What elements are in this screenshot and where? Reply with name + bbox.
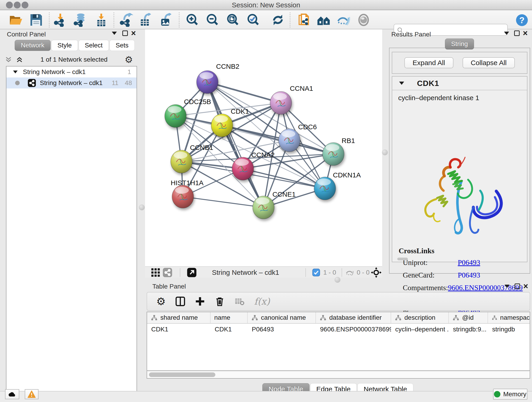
close-icon: × (131, 31, 136, 36)
crosslink-row: Uniprot:P06493 (399, 258, 522, 267)
gear-icon[interactable]: ⚙ (156, 295, 166, 307)
column-header-canonical-name[interactable]: canonical name (248, 312, 316, 323)
network-tree-row[interactable]: String Network – cdk1 11 48 (6, 77, 137, 89)
node-table[interactable]: shared namenamecanonical namedatabase id… (147, 312, 530, 371)
grid-view-icon[interactable] (151, 268, 161, 278)
scrollbar-thumb[interactable] (149, 372, 215, 377)
selected-checkbox-icon[interactable] (312, 269, 320, 276)
column-label: shared name (160, 314, 198, 321)
cloud-button[interactable] (5, 389, 19, 399)
cell--id[interactable]: stringdb:9... (449, 324, 488, 335)
open-folder-icon[interactable] (9, 13, 22, 27)
gear-icon[interactable]: ⚙ (125, 54, 133, 65)
network-node-hist1h1a[interactable] (172, 185, 194, 208)
table-row[interactable]: CDK1CDK1P064939606.ENSP00000378699cyclin… (147, 324, 530, 335)
table-panel-close-icon[interactable]: × (523, 282, 528, 290)
hide-eye-icon[interactable] (336, 13, 350, 27)
column-header-shared-name[interactable]: shared name (147, 312, 210, 323)
results-panel-undock-icon[interactable] (514, 29, 520, 37)
node-attribute-icon (251, 315, 258, 321)
control-panel-float-icon[interactable] (112, 29, 117, 37)
table-panel-undock-icon[interactable] (515, 282, 520, 290)
node-result-header[interactable]: CDK1 (392, 77, 527, 90)
horizontal-scrollbar[interactable] (147, 371, 530, 379)
zoom-out-icon[interactable] (205, 13, 219, 27)
collapse-entry-icon[interactable] (399, 82, 404, 85)
control-panel-close-icon[interactable]: × (131, 29, 136, 37)
network-tree-root-row[interactable]: String Network – cdk1 1 (6, 66, 137, 77)
add-column-icon[interactable] (195, 296, 205, 306)
zoom-selected-icon[interactable] (246, 13, 260, 27)
results-panel-float-icon[interactable] (504, 29, 509, 37)
network-graph[interactable]: CCNB2CCNA1CDC25BCDK1CDC6RB1CCNB1CCNA2CDK… (145, 29, 382, 266)
tab-sets[interactable]: Sets (109, 40, 135, 51)
network-node-cdkn1a[interactable] (314, 177, 336, 200)
columns-icon[interactable] (175, 296, 185, 306)
column-header-name[interactable]: name (210, 312, 248, 323)
network-node-cdc25b[interactable] (165, 104, 186, 128)
network-node-ccna2[interactable] (232, 157, 254, 180)
network-node-ccna1[interactable] (270, 91, 292, 114)
network-node-ccnb1[interactable] (171, 150, 192, 173)
tab-style[interactable]: Style (51, 40, 78, 51)
export-network-icon[interactable] (120, 13, 133, 27)
fit-content-icon[interactable] (371, 267, 381, 278)
tab-network[interactable]: Network (15, 40, 51, 51)
save-icon[interactable] (29, 13, 43, 27)
memory-button[interactable]: Memory (493, 389, 527, 400)
zoom-fit-icon[interactable] (226, 13, 239, 27)
import-table-icon[interactable] (94, 13, 108, 27)
column-header-namespac[interactable]: namespac (488, 312, 530, 323)
divider-grab-icon[interactable] (382, 149, 388, 155)
tree-expander-icon[interactable] (13, 70, 18, 74)
network-selection-text: 1 of 1 Network selected (23, 56, 125, 63)
import-network-icon[interactable] (53, 13, 67, 27)
clone-network-icon[interactable] (298, 13, 311, 27)
panel-divider[interactable] (138, 29, 145, 391)
network-canvas[interactable]: CCNB2CCNA1CDC25BCDK1CDC6RB1CCNB1CCNA2CDK… (145, 29, 382, 266)
eye-icon[interactable] (357, 13, 370, 27)
crosslink-value-link[interactable]: P06493 (458, 258, 480, 267)
panel-divider[interactable] (382, 29, 388, 278)
mini-scrollbar[interactable] (397, 258, 408, 260)
cell-shared-name[interactable]: CDK1 (147, 324, 210, 335)
home-icon[interactable] (317, 13, 331, 27)
column-header-database-identifier[interactable]: database identifier (316, 312, 391, 323)
import-database-icon[interactable] (73, 13, 87, 27)
tab-string[interactable]: String (445, 38, 474, 50)
control-panel-undock-icon[interactable] (122, 29, 128, 37)
cell-database-identifier[interactable]: 9606.ENSP00000378699 (316, 324, 391, 335)
table-panel-float-icon[interactable] (505, 282, 510, 290)
zoom-in-icon[interactable] (185, 13, 199, 27)
string-view-icon[interactable] (162, 268, 172, 278)
network-node-cdc6[interactable] (279, 129, 300, 152)
results-panel-close-icon[interactable]: × (523, 29, 528, 37)
expand-all-icon[interactable] (16, 56, 23, 64)
divider-grab-icon[interactable] (335, 277, 341, 283)
cell-description[interactable]: cyclin–dependent ... (391, 324, 449, 335)
column-header-description[interactable]: description (391, 312, 449, 323)
network-node-cdk1[interactable] (211, 114, 233, 137)
collapse-all-icon[interactable] (5, 56, 12, 64)
network-node-ccne1[interactable] (253, 196, 274, 219)
export-table-icon[interactable] (139, 13, 153, 27)
export-image-icon[interactable] (159, 13, 173, 27)
delete-column-icon[interactable] (215, 296, 225, 306)
column-header--id[interactable]: @id (449, 312, 488, 323)
tab-select[interactable]: Select (79, 40, 109, 51)
collapse-all-button[interactable]: Collapse All (462, 57, 515, 68)
panel-divider[interactable] (144, 278, 532, 282)
divider-grab-icon[interactable] (139, 204, 145, 211)
help-icon[interactable]: ? (515, 14, 528, 27)
cell-name[interactable]: CDK1 (210, 324, 248, 335)
refresh-icon[interactable] (271, 13, 285, 27)
node-attribute-icon (452, 315, 459, 321)
open-in-new-icon[interactable] (187, 268, 197, 278)
network-node-ccnb2[interactable] (196, 70, 218, 94)
cell-namespac[interactable]: stringdb (488, 324, 530, 335)
network-node-rb1[interactable] (323, 143, 344, 166)
warnings-button[interactable] (25, 389, 38, 399)
column-label: namespac (500, 314, 530, 321)
cell-canonical-name[interactable]: P06493 (248, 324, 316, 335)
expand-all-button[interactable]: Expand All (404, 57, 453, 68)
